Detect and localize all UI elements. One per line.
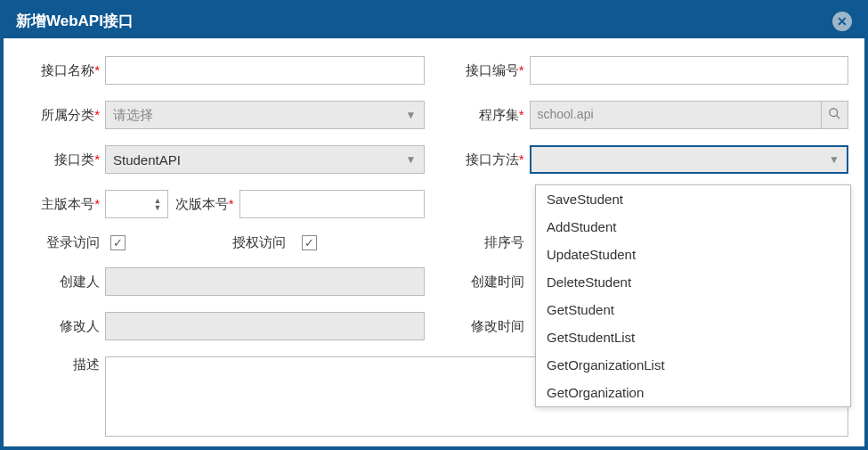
label-creator: 创建人 <box>20 274 105 290</box>
svg-point-0 <box>830 109 838 117</box>
category-placeholder: 请选择 <box>113 107 153 124</box>
chevron-down-icon: ▼ <box>829 153 840 166</box>
check-icon: ✓ <box>304 236 314 250</box>
api-name-input[interactable] <box>105 56 425 85</box>
label-sort-no: 排序号 <box>444 234 530 251</box>
caret-down-icon: ▼ <box>154 204 162 211</box>
row-class-method: 接口类* StudentAPI ▼ 接口方法* ▼ <box>20 145 848 174</box>
dropdown-item[interactable]: AddStudent <box>536 213 850 241</box>
label-api-method: 接口方法* <box>444 151 530 168</box>
row-category-assembly: 所属分类* 请选择 ▼ 程序集* school.api <box>20 101 848 129</box>
auth-access-checkbox[interactable]: ✓ <box>302 235 317 250</box>
assembly-value: school.api <box>531 102 822 128</box>
dropdown-item[interactable]: GetStudent <box>536 296 850 323</box>
assembly-search-button[interactable] <box>821 102 848 128</box>
assembly-input[interactable]: school.api <box>530 101 849 129</box>
label-modify-time: 修改时间 <box>444 318 530 335</box>
spinner-arrows[interactable]: ▲ ▼ <box>154 197 162 211</box>
dropdown-item[interactable]: DeleteStudent <box>536 268 850 296</box>
label-major-ver: 主版本号* <box>20 196 105 213</box>
close-button[interactable]: ✕ <box>832 12 852 31</box>
dropdown-item[interactable]: GetOrganization <box>536 379 850 406</box>
label-create-time: 创建时间 <box>444 274 530 290</box>
api-method-select[interactable]: ▼ <box>530 145 849 174</box>
api-method-dropdown: SaveStudent AddStudent UpdateStudent Del… <box>535 184 851 407</box>
api-class-select[interactable]: StudentAPI ▼ <box>105 145 425 174</box>
dropdown-item[interactable]: GetStudentList <box>536 323 850 351</box>
label-category: 所属分类* <box>20 107 105 124</box>
major-version-spinner[interactable]: ▲ ▼ <box>105 190 168 218</box>
chevron-down-icon: ▼ <box>406 109 417 121</box>
label-assembly: 程序集* <box>444 107 530 124</box>
svg-line-1 <box>836 115 840 119</box>
creator-field <box>105 267 425 296</box>
dialog-titlebar: 新增WebAPI接口 ✕ <box>4 4 864 38</box>
minor-version-input[interactable] <box>239 190 425 218</box>
label-minor-ver: 次版本号* <box>168 196 239 213</box>
label-api-code: 接口编号* <box>444 62 530 79</box>
search-icon <box>828 107 841 123</box>
close-icon: ✕ <box>837 14 848 29</box>
api-code-input[interactable] <box>530 56 849 85</box>
dialog-title: 新增WebAPI接口 <box>16 11 134 31</box>
label-auth-access: 授权访问 <box>232 234 291 251</box>
row-name-code: 接口名称* 接口编号* <box>20 56 848 85</box>
label-api-class: 接口类* <box>20 151 105 168</box>
dialog-window: 新增WebAPI接口 ✕ 接口名称* 接口编号* 所属分类* 请选择 ▼ <box>0 0 868 450</box>
dropdown-item[interactable]: SaveStudent <box>536 185 850 213</box>
dropdown-item[interactable]: UpdateStudent <box>536 241 850 268</box>
category-select[interactable]: 请选择 ▼ <box>105 101 425 129</box>
label-desc: 描述 <box>20 356 105 373</box>
login-access-checkbox[interactable]: ✓ <box>110 235 126 250</box>
chevron-down-icon: ▼ <box>406 153 417 166</box>
api-class-value: StudentAPI <box>113 152 181 168</box>
label-login-access: 登录访问 <box>20 234 105 251</box>
dropdown-item[interactable]: GetOrganizationList <box>536 351 850 379</box>
modifier-field <box>105 312 425 340</box>
check-icon: ✓ <box>113 236 123 250</box>
label-modifier: 修改人 <box>20 318 105 335</box>
label-api-name: 接口名称* <box>20 62 105 79</box>
